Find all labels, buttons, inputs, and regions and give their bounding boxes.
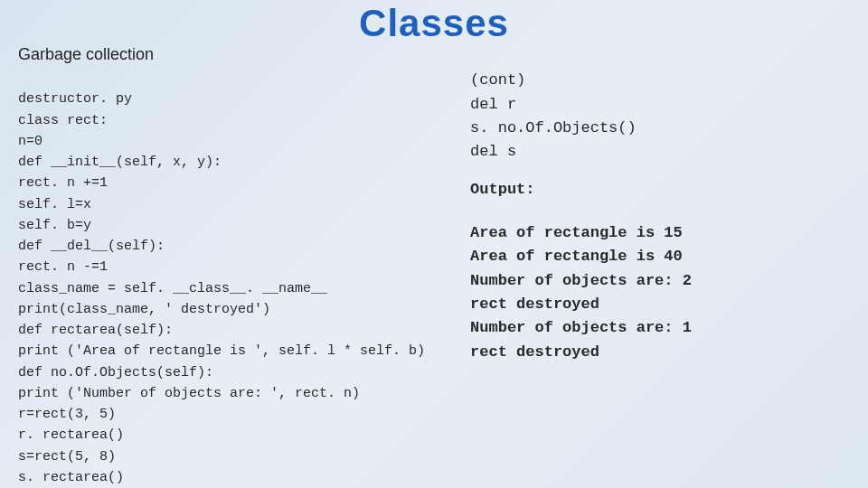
output-line: Area of rectangle is 40 [470, 248, 683, 265]
section-heading-garbage-collection: Garbage collection [18, 45, 425, 64]
code-line: del s [470, 143, 516, 160]
code-line: rect. n +=1 [18, 175, 108, 191]
code-line: class rect: [18, 113, 108, 128]
slide-content: Garbage collection destructor. py class … [0, 45, 868, 488]
output-line: rect destroyed [470, 343, 599, 361]
output-line: Number of objects are: 2 [470, 272, 692, 289]
code-line: destructor. py [18, 91, 132, 107]
code-line: self. b=y [18, 218, 91, 233]
code-line: def rectarea(self): [18, 323, 173, 338]
code-line: class_name = self. __class__. __name__ [18, 281, 327, 296]
code-line: def __init__(self, x, y): [18, 155, 222, 170]
code-line: def __del__(self): [18, 239, 165, 254]
code-line: print ('Number of objects are: ', rect. … [18, 386, 360, 401]
code-line: s. no.Of.Objects() [470, 119, 637, 136]
output-line: rect destroyed [470, 296, 599, 313]
output-label: Output: [470, 181, 692, 198]
code-line: def no.Of.Objects(self): [18, 365, 213, 380]
code-line: rect. n -=1 [18, 259, 108, 275]
code-line: s. rectarea() [18, 470, 124, 485]
code-line: self. l=x [18, 197, 91, 212]
code-line: r=rect(3, 5) [18, 407, 116, 422]
code-block-destructor: destructor. py class rect: n=0 def __ini… [18, 68, 425, 488]
output-block: Area of rectangle is 15 Area of rectangl… [470, 198, 692, 364]
code-line: s=rect(5, 8) [18, 449, 116, 465]
code-block-continuation: (cont) del r s. no.Of.Objects() del s [470, 45, 692, 164]
output-line: Area of rectangle is 15 [470, 224, 683, 241]
code-line: print ('Area of rectangle is ', self. l … [18, 343, 425, 359]
left-column: Garbage collection destructor. py class … [18, 45, 425, 488]
code-line: print(class_name, ' destroyed') [18, 302, 270, 317]
code-line: n=0 [18, 134, 42, 149]
right-column: (cont) del r s. no.Of.Objects() del s Ou… [461, 45, 692, 488]
slide-title: Classes [0, 0, 868, 45]
code-line: r. rectarea() [18, 427, 124, 443]
code-line: del r [470, 96, 516, 113]
code-line: (cont) [470, 71, 525, 89]
output-line: Number of objects are: 1 [470, 319, 692, 336]
